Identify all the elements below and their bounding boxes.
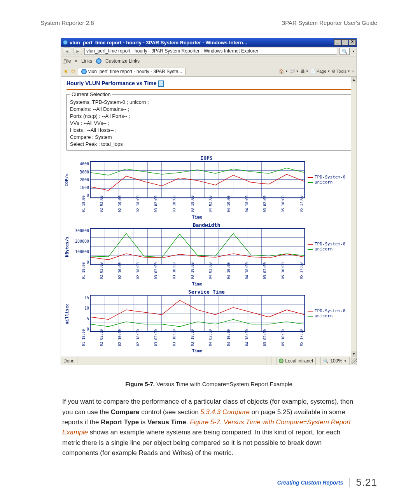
- tab-row: ★ ✩ vlun_perf_time report - hourly - 3PA…: [61, 66, 357, 77]
- x-tick: 02 10:00: [118, 329, 122, 346]
- links-label: Links: [81, 58, 92, 64]
- y-tick: 1000: [80, 186, 89, 190]
- status-zoom[interactable]: 🔍100% ▼: [321, 357, 350, 365]
- body-paragraph: If you want to compare the performance o…: [62, 397, 354, 458]
- page-menu[interactable]: 📄 Page ▼: [310, 69, 331, 74]
- chart-legend: TPD-System-0unicorn: [305, 228, 350, 265]
- home-icon[interactable]: 🏠 ▼: [279, 69, 288, 74]
- x-tick: 03 18:00: [191, 329, 194, 346]
- search-button[interactable]: 🔍: [340, 48, 350, 55]
- ie-window: vlun_perf_time report - hourly - 3PAR Sy…: [61, 38, 357, 365]
- legend-item: unicorn: [308, 313, 350, 318]
- x-tick: 01 18:00: [82, 196, 86, 212]
- resize-grip-icon[interactable]: [351, 358, 357, 364]
- report-doc-icon[interactable]: [158, 80, 164, 87]
- add-favorite-icon[interactable]: ✩: [71, 68, 75, 74]
- y-tick: 100000: [75, 250, 89, 254]
- x-axis-label: Time: [88, 348, 306, 354]
- x-tick: 02 10:00: [118, 262, 122, 279]
- x-tick: 04 02:00: [208, 196, 212, 212]
- ie-icon: [96, 58, 102, 64]
- footer-divider: [349, 478, 350, 487]
- x-tick: 05 10:00: [281, 262, 285, 279]
- toolbar-more[interactable]: »: [352, 69, 354, 74]
- browser-tab[interactable]: vlun_perf_time report - hourly - 3PAR Sy…: [78, 68, 186, 75]
- sel-hosts: Hosts : --All Hosts-- ;: [70, 127, 348, 134]
- footer-section: Creating Custom Reports: [277, 480, 343, 486]
- status-zone: Local intranet: [276, 357, 316, 365]
- forward-button[interactable]: ►: [74, 47, 82, 55]
- address-bar[interactable]: vlun_perf_time report - hourly - 3PAR Sy…: [84, 48, 337, 55]
- legend-swatch: [308, 177, 313, 178]
- current-selection-box: Current Selection Systems: TPD-System-0 …: [66, 94, 351, 150]
- x-tick: 01 18:00: [82, 262, 86, 279]
- legend-item: TPD-System-0: [308, 242, 350, 247]
- sel-peak: Select Peak : total_iops: [70, 141, 348, 148]
- vertical-scrollbar[interactable]: ▲ ▼: [351, 77, 357, 357]
- report-title: Hourly VLUN Performance vs Time: [61, 77, 357, 88]
- x-tick: 01 18:00: [82, 329, 86, 346]
- x-tick: 04 18:00: [245, 262, 249, 279]
- link-customize[interactable]: Customize Links: [105, 58, 140, 64]
- tools-menu[interactable]: ⚙ Tools ▼: [332, 69, 350, 74]
- legend-swatch: [308, 311, 313, 312]
- nav-row: ◄ ► vlun_perf_time report - hourly - 3PA…: [61, 47, 357, 56]
- x-tick: 04 10:00: [227, 329, 231, 346]
- status-done: Done: [61, 357, 77, 365]
- legend-label: TPD-System-0: [315, 308, 345, 313]
- plot-area: [90, 161, 305, 198]
- y-tick: 0: [87, 327, 89, 331]
- x-axis-label: Time: [88, 282, 306, 287]
- tab-label: vlun_perf_time report - hourly - 3PAR Sy…: [88, 69, 182, 74]
- x-tick: 05 10:00: [281, 329, 285, 346]
- y-axis-label: IOP/s: [65, 173, 70, 186]
- print-icon[interactable]: 🖶 ▼: [301, 69, 309, 74]
- x-tick: 05 02:00: [263, 262, 267, 279]
- intranet-icon: [279, 359, 284, 363]
- x-tick: 03 18:00: [191, 196, 194, 212]
- x-tick: 03 02:00: [154, 196, 158, 212]
- menu-more[interactable]: »: [75, 58, 77, 64]
- y-tick: 5: [87, 317, 89, 321]
- header-right: 3PAR System Reporter User's Guide: [282, 19, 377, 26]
- legend-swatch: [308, 182, 313, 183]
- x-tick: 03 10:00: [172, 196, 176, 212]
- x-tick: 02 02:00: [100, 329, 103, 346]
- close-button[interactable]: X: [349, 39, 356, 46]
- back-button[interactable]: ◄: [63, 47, 71, 55]
- x-tick: 02 18:00: [136, 196, 140, 212]
- x-tick: 05 17:00: [299, 329, 303, 346]
- x-tick: 03 02:00: [154, 329, 158, 346]
- sel-domains: Domains: --All Domains-- ;: [70, 106, 348, 113]
- ie-icon: [63, 40, 68, 45]
- scroll-up-icon[interactable]: ▲: [351, 77, 357, 82]
- x-tick: 03 02:00: [154, 262, 158, 279]
- x-tick: 05 17:00: [299, 262, 303, 279]
- menu-file[interactable]: File: [63, 58, 71, 64]
- x-tick: 04 10:00: [227, 262, 231, 279]
- legend-swatch: [308, 244, 313, 245]
- sel-ports: Ports (n:s:p) : --All Ports-- ;: [70, 113, 348, 120]
- x-tick: 04 02:00: [208, 329, 212, 346]
- x-tick: 04 10:00: [227, 196, 231, 212]
- x-tick: 02 10:00: [118, 196, 122, 212]
- y-tick: 0: [87, 260, 89, 264]
- sel-systems: Systems: TPD-System-0 ; unicorn ;: [70, 99, 348, 106]
- minimize-button[interactable]: _: [334, 39, 341, 46]
- maximize-button[interactable]: □: [341, 39, 348, 46]
- legend-label: unicorn: [315, 180, 332, 185]
- x-tick: 03 10:00: [172, 329, 176, 346]
- search-dropdown-icon[interactable]: ▼: [352, 50, 355, 53]
- x-tick: 03 10:00: [172, 262, 176, 279]
- fieldset-legend: Current Selection: [70, 91, 112, 97]
- header-left: System Reporter 2.8: [40, 19, 94, 26]
- favorites-icon[interactable]: ★: [63, 68, 68, 74]
- y-axis-label: millisec: [65, 303, 70, 324]
- figure-caption: Figure 5-7. Versus Time with Compare=Sys…: [40, 381, 377, 387]
- legend-swatch: [308, 316, 313, 317]
- scroll-down-icon[interactable]: ▼: [351, 351, 357, 357]
- xref-compare[interactable]: 5.3.4.3 Compare: [200, 408, 250, 416]
- zoom-icon: 🔍: [323, 359, 329, 364]
- feeds-icon[interactable]: 📰 ▼: [290, 69, 299, 74]
- legend-label: TPD-System-0: [315, 175, 345, 180]
